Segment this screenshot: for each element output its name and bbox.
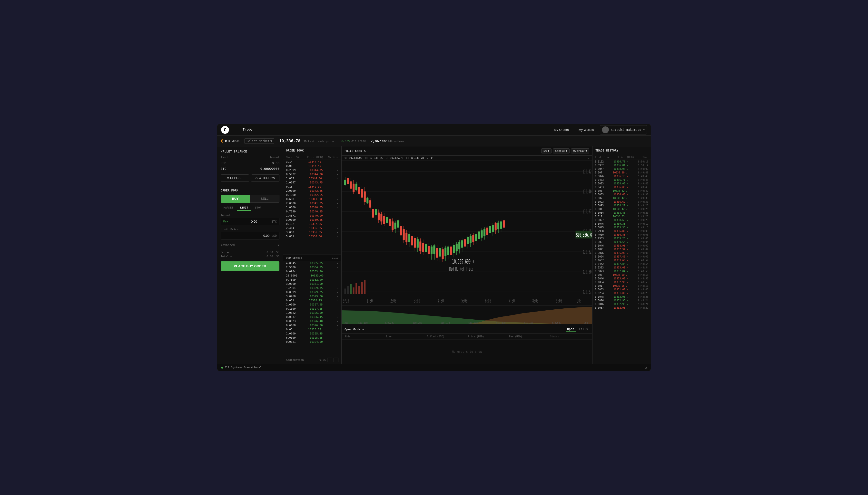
table-row[interactable]: 2.500010334.95- [283,265,341,269]
svg-rect-86 [417,239,419,247]
table-row[interactable]: 3.00010336.35- [283,230,341,234]
svg-rect-100 [436,249,438,257]
table-row[interactable]: 0.00110328.15- [283,298,341,303]
sell-button[interactable]: SELL [250,195,279,203]
table-row[interactable]: 1.032210326.50- [283,311,341,315]
my-orders-button[interactable]: My Orders [550,126,573,133]
my-wallets-button[interactable]: My Wallets [575,126,598,133]
table-row[interactable]: 0.1310342.90- [283,185,341,189]
table-row[interactable]: 0.002310326.40- [283,319,341,323]
svg-rect-34 [344,180,346,184]
stop-type-tab[interactable]: STOP [252,205,264,211]
chart-type-select[interactable]: Candle ▼ [553,148,570,153]
table-row[interactable]: 0.759910332.90- [283,278,341,282]
chart-prev-icon[interactable]: ◀ [588,157,589,159]
svg-rect-70 [394,223,396,228]
table-row[interactable]: 0.099910329.25- [283,290,341,294]
table-row[interactable]: 2.000010341.35- [283,201,341,205]
table-row[interactable]: 3.026810329.00- [283,294,341,298]
table-row[interactable]: 0.100010342.65- [283,193,341,197]
table-row[interactable]: 2.41410336.55- [283,226,341,230]
overlay-select[interactable]: Overlay ▼ [571,148,589,153]
nav-tab-trade[interactable]: Trade [239,126,256,133]
table-row[interactable]: 1.00710344.00- [283,176,341,181]
list-item: 0.002410337.49 ↗9:49:01 [592,255,651,258]
table-row[interactable]: 1.000010340.65- [283,205,341,209]
candlestick-chart[interactable]: $10,425 $10,400 $10,375 $10,350 $10,325 … [342,160,592,305]
svg-text:2:00: 2:00 [390,298,396,304]
table-row[interactable]: 0.098410333.50- [283,269,341,274]
table-row[interactable]: 0.60010341.80- [283,197,341,201]
buy-button[interactable]: BUY [220,195,250,203]
table-row[interactable]: 1.437110340.00- [283,214,341,218]
deposit-button[interactable]: ⊕ DEPOSIT [220,174,249,182]
list-item: 0.010210336.78 ↗9:50:15 [592,160,651,164]
table-row[interactable]: 0.100010327.25- [283,307,341,311]
svg-rect-78 [406,233,407,242]
table-row[interactable]: 0.759910340.35- [283,209,341,214]
table-row[interactable]: 1.000010327.95- [283,303,341,307]
aggregation-minus-button[interactable]: − [327,358,332,362]
table-row[interactable]: 0.13210337.35- [283,222,341,226]
minus-circle-icon: ⊖ [255,176,258,180]
market-select[interactable]: Select Market ▼ [244,138,274,144]
fee-row: Fee = 0.00 USD [220,250,279,254]
table-row[interactable]: 0.0110344.40- [283,164,341,168]
table-row[interactable]: 0.592210344.30- [283,172,341,176]
svg-rect-29 [356,283,357,294]
table-row[interactable]: 1.290410329.35- [283,286,341,290]
withdraw-button[interactable]: ⊖ WITHDRAW [251,174,280,182]
svg-rect-50 [367,198,369,203]
user-name: Satoshi Nakamoto [611,128,641,132]
table-row[interactable]: 3.000010339.25- [283,218,341,222]
market-bar: ₿ BTC-USD Select Market ▼ 10,336.78 USD … [217,136,651,147]
table-row[interactable]: 3.000010331.00- [283,282,341,286]
list-item: 0.00710338.42 ↗9:49:35 [592,197,651,200]
user-section[interactable]: Satoshi Nakamoto ▼ [600,125,647,135]
order-book-panel: Order Book Market Size Price (USD) My Si… [283,147,342,364]
ohlcv-bar: O: 10,338.05 H: 10,338.05 L: 10,336.78 C… [342,156,592,160]
app-logo[interactable]: C [221,126,229,134]
table-row[interactable]: 5.60110336.30- [283,234,341,238]
table-row[interactable]: 1.000010325.45- [283,331,341,336]
list-item: 0.008310331.02 ↗9:48:43 [592,288,651,291]
table-row[interactable]: 1.004710343.75- [283,181,341,185]
amount-unit: BTC [272,220,277,223]
volume-unit: BTC [382,140,387,143]
open-tab-fills[interactable]: Fills [578,327,589,331]
svg-rect-26 [347,286,349,294]
market-type-tab[interactable]: MARKET [220,205,236,211]
open-tab-open[interactable]: Open [566,327,576,331]
limit-type-tab[interactable]: LIMIT [237,205,251,211]
amount-input-wrapper[interactable]: Max BTC [220,218,279,225]
timeframe-select[interactable]: 5m ▼ [541,148,552,153]
table-row[interactable]: 2.000010342.85- [283,189,341,193]
table-row[interactable]: 0.003710326.45- [283,315,341,319]
advanced-toggle[interactable]: Advanced ▼ [220,242,279,248]
overlay-value: Overlay [573,149,585,153]
table-row[interactable]: 0.616810326.30- [283,323,341,327]
place-order-button[interactable]: PLACE BUY ORDER [220,261,279,271]
table-row[interactable]: 0.002110324.50- [283,340,341,344]
table-row[interactable]: 4.004510335.05- [283,261,341,265]
table-row[interactable]: 6.000010325.25- [283,336,341,340]
svg-rect-138 [489,226,491,233]
svg-rect-114 [456,244,457,251]
aggregation-label: Aggregation [286,358,304,361]
amount-input[interactable] [243,220,257,223]
table-row[interactable]: 0.0510325.75- [283,327,341,331]
list-item: 0.00510338.42 ↗9:49:42 [592,189,651,193]
table-row[interactable]: 3.1410344.45- [283,160,341,164]
svg-rect-25 [344,288,346,294]
limit-price-input-wrapper[interactable]: USD [220,232,279,239]
svg-rect-58 [378,213,379,220]
svg-rect-27 [350,284,351,294]
gear-icon[interactable]: ⚙ [645,366,647,370]
table-row[interactable]: 0.299910344.35- [283,168,341,172]
table-row[interactable]: 25.300010333.00- [283,274,341,278]
max-link[interactable]: Max [223,220,228,223]
limit-price-input[interactable] [250,234,269,238]
list-item: 0.046310336.71 ↗9:49:48 [592,178,651,182]
aggregation-plus-button[interactable]: + [333,358,339,362]
btc-asset-row: BTC 0.00000000 [220,166,279,171]
